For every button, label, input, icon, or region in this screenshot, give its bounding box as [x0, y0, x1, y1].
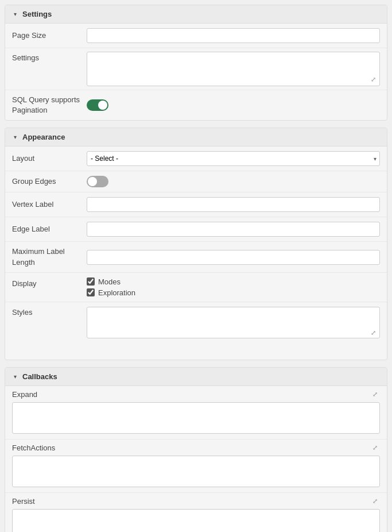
expand-callback-expand-btn[interactable]: ⤢ [370, 390, 380, 400]
appearance-section-title: Appearance [22, 133, 65, 141]
fetchactions-callback-expand-btn[interactable]: ⤢ [370, 443, 380, 453]
expand-callback-textarea[interactable] [12, 402, 380, 434]
settings-textarea[interactable] [87, 52, 380, 86]
page-size-row: Page Size [5, 24, 387, 48]
sql-query-row: SQL Query supports Pagination [5, 90, 387, 120]
fetchactions-callback-row: FetchActions ⤢ [5, 440, 387, 493]
fetchactions-callback-label: FetchActions [12, 444, 55, 452]
appearance-collapse-icon: ▾ [11, 133, 19, 141]
settings-collapse-icon: ▾ [11, 10, 19, 18]
layout-label: Layout [12, 153, 87, 164]
vertex-label-label: Vertex Label [12, 199, 87, 210]
callbacks-collapse-icon: ▾ [11, 372, 19, 380]
persist-callback-header: Persist ⤢ [12, 496, 380, 507]
page: ▾ Settings Page Size Settings ⤢ SQL [0, 0, 392, 532]
group-edges-control [87, 176, 380, 187]
display-modes-item[interactable]: Modes [87, 277, 135, 286]
appearance-section: ▾ Appearance Layout - Select - ▾ Group E… [5, 128, 387, 360]
display-modes-checkbox[interactable] [87, 277, 95, 286]
max-label-length-label: Maximum Label Length [12, 246, 87, 267]
fetchactions-callback-header: FetchActions ⤢ [12, 443, 380, 453]
callbacks-section-title: Callbacks [22, 372, 57, 381]
group-edges-slider [87, 176, 108, 187]
page-size-label: Page Size [12, 30, 87, 41]
expand-callback-label: Expand [12, 390, 37, 399]
styles-label: Styles [12, 307, 87, 317]
display-checkbox-group: Modes Exploration [87, 277, 135, 297]
callbacks-section-header[interactable]: ▾ Callbacks [5, 368, 387, 386]
sql-query-label: SQL Query supports Pagination [12, 95, 87, 115]
edge-label-control [87, 222, 380, 237]
display-label: Display [12, 277, 87, 289]
display-exploration-item[interactable]: Exploration [87, 288, 135, 297]
sql-query-control [87, 99, 380, 111]
settings-section-header[interactable]: ▾ Settings [5, 5, 387, 24]
vertex-label-row: Vertex Label [5, 192, 387, 217]
expand-callback-row: Expand ⤢ [5, 386, 387, 440]
layout-control: - Select - ▾ [87, 151, 380, 166]
group-edges-toggle[interactable] [87, 176, 108, 187]
appearance-section-header[interactable]: ▾ Appearance [5, 128, 387, 147]
settings-field-row: Settings ⤢ [5, 48, 387, 90]
display-row: Display Modes Exploration [5, 273, 387, 302]
persist-callback-textarea[interactable] [12, 509, 380, 532]
styles-textarea[interactable] [87, 307, 380, 338]
group-edges-label: Group Edges [12, 176, 87, 187]
display-exploration-label: Exploration [98, 288, 135, 297]
display-control: Modes Exploration [87, 277, 380, 297]
settings-section-body: Page Size Settings ⤢ SQL Query supports … [5, 24, 387, 120]
fetchactions-callback-textarea[interactable] [12, 456, 380, 487]
page-size-control [87, 28, 380, 43]
persist-callback-expand-btn[interactable]: ⤢ [370, 496, 380, 507]
edge-label-row: Edge Label [5, 217, 387, 242]
max-label-length-input[interactable] [87, 250, 380, 265]
settings-expand-btn[interactable]: ⤢ [368, 75, 378, 84]
vertex-label-control [87, 197, 380, 212]
styles-row: Styles ⤢ [5, 302, 387, 360]
styles-area: ⤢ [87, 307, 380, 340]
styles-expand-btn[interactable]: ⤢ [368, 329, 378, 338]
edge-label-input[interactable] [87, 222, 380, 237]
settings-field-label: Settings [12, 52, 87, 63]
max-label-length-control [87, 250, 380, 265]
group-edges-row: Group Edges [5, 171, 387, 192]
persist-callback-row: Persist ⤢ [5, 493, 387, 532]
layout-row: Layout - Select - ▾ [5, 147, 387, 171]
page-size-input[interactable] [87, 28, 380, 43]
layout-select[interactable]: - Select - [87, 151, 380, 166]
max-label-length-row: Maximum Label Length [5, 242, 387, 272]
settings-field-control: ⤢ [87, 52, 380, 86]
settings-section-title: Settings [22, 10, 52, 18]
callbacks-section: ▾ Callbacks Expand ⤢ FetchActions ⤢ [5, 367, 387, 532]
appearance-section-body: Layout - Select - ▾ Group Edges [5, 147, 387, 359]
expand-callback-header: Expand ⤢ [12, 390, 380, 400]
settings-section: ▾ Settings Page Size Settings ⤢ SQL [5, 5, 387, 121]
sql-query-toggle[interactable] [87, 99, 108, 111]
persist-callback-label: Persist [12, 497, 35, 506]
display-exploration-checkbox[interactable] [87, 288, 95, 296]
edge-label-label: Edge Label [12, 224, 87, 234]
display-modes-label: Modes [98, 277, 121, 286]
sql-query-slider [87, 99, 108, 111]
vertex-label-input[interactable] [87, 197, 380, 212]
layout-select-wrapper: - Select - ▾ [87, 151, 380, 166]
callbacks-section-body: Expand ⤢ FetchActions ⤢ Persist ⤢ [5, 386, 387, 532]
